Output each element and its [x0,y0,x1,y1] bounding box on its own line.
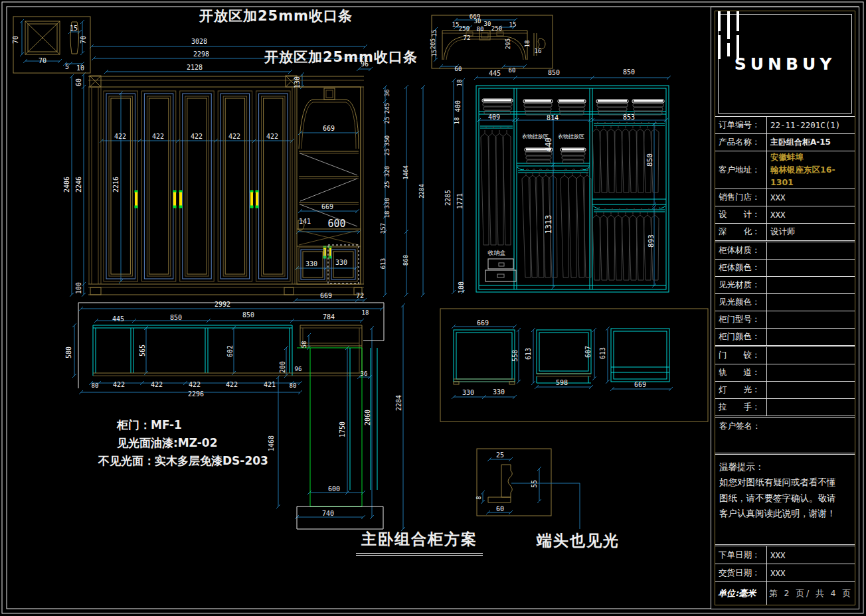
delivery-date-value: XXX [767,568,855,578]
dim-label: 141 [299,218,311,225]
dim-label: 422 [152,133,164,140]
dim-label: 15 [431,50,438,57]
dim-label: 70 [12,36,19,44]
footer-row: 单位:毫米 第 2 页/ 共 4 页 [715,581,855,605]
dim-label: 55 [531,480,538,488]
titleblock-row: 销售门店：XXX [715,189,855,206]
dim-label: 400 [454,100,462,112]
dim-label: 422 [114,133,126,140]
dim-label: 25 [384,117,390,124]
brand-name: SUNBUY [735,54,836,74]
dim-label: 2216 [112,177,120,193]
dim-label: 60 [496,505,504,512]
dim-label: 558 [511,350,519,362]
dim-label: 421 [264,381,276,388]
titleblock-row: 柜体材质： [715,240,855,259]
title-block-inner: SUNBUY 订单编号：22-11-2201C(1)产品名称：主卧组合柜A-15… [715,11,855,605]
dim-label: 10 [76,64,84,72]
dim-label: 80 [290,382,297,389]
titleblock-row-label: 柜门型号： [715,311,767,328]
dim-label: 100 [75,282,82,294]
dim-label: 72 [464,35,471,41]
order-date-value: XXX [767,550,855,560]
dim-label: 250 [491,25,502,32]
dim-label: 2284 [395,395,402,411]
dim-label: 598 [556,379,568,386]
titleblock-row: 轨 道： [715,364,855,381]
titleblock-row-label: 门 铰： [715,347,767,364]
titleblock-row: 灯 光： [715,381,855,398]
dim-label: 25 [496,451,504,459]
dim-label: 60 [509,67,516,74]
end-molding-detail [477,449,580,529]
spec-line: 不见光面：实木多层免漆DS-203 [98,452,268,470]
dim-label: 收纳盒 [488,250,506,256]
dim-label: 18 [456,80,463,87]
unit-label: 单位:毫米 [715,582,767,605]
notice-line: 如您对图纸有疑问或者看不懂 [719,475,851,490]
notice-line: 图纸，请不要签字确认。敬请 [719,491,851,506]
dim-label: 2285 [444,190,452,206]
titleblock-row: 柜门颜色： [715,328,855,345]
titleblock-row: 见光材质： [715,276,855,293]
dim-label: 850 [623,68,635,76]
dim-label: 440 [544,137,553,152]
dim-label: 100 [458,281,465,293]
titleblock-row-value: 设计师 [767,226,855,238]
titleblock-row-value: 22-11-2201C(1) [767,120,855,130]
note-end-panel-visible: 端头也见光 [537,530,620,551]
dim-label: 422 [228,133,240,140]
dim-label: 607 [584,346,592,358]
dim-label: 669 [323,125,335,132]
dim-label: 330 [384,198,390,208]
titleblock-row-label: 柜体材质： [715,242,767,259]
notice-title: 温馨提示： [719,459,851,475]
dim-label: 18 [362,309,369,316]
dim-label: 669 [320,292,332,299]
title-block-rows: 订单编号：22-11-2201C(1)产品名称：主卧组合柜A-15客户地址：安徽… [715,116,855,416]
dim-label: 814 [547,114,559,121]
dim-label: 245 [384,103,390,114]
sunbuy-logo-icon [715,11,742,62]
titleblock-row-value: XXX [767,210,855,220]
dim-label: 1313 [544,215,553,234]
dim-label: 850 [646,153,654,167]
dim-label: 330 [335,259,347,266]
titleblock-row-label: 见光材质： [715,277,767,293]
notice-block: 温馨提示： 如您对图纸有疑问或者看不懂 图纸，请不要签字确认。敬请 客户认真阅读… [715,453,855,544]
titleblock-row-value: XXX [767,193,855,202]
dim-label: 422 [113,381,125,388]
dim-label: 157 [380,223,387,234]
dim-label: 3028 [191,38,207,45]
notice-line: 客户认真阅读此说明，谢谢！ [719,506,851,521]
customer-signature-row: 客户签名： [715,416,855,453]
titleblock-row: 拉 手： [715,398,855,416]
dim-label: 600 [327,218,345,230]
titleblock-row-label: 柜门颜色： [715,329,767,345]
dim-label: 2060 [364,410,371,425]
dim-label: 250 [459,25,470,32]
titleblock-row-label: 深 化： [715,224,767,240]
titleblock-row: 客户地址：安徽蚌埠 翰林银座东区16-1301 [715,151,855,189]
dim-label: 600 [328,485,340,493]
dim-label: 36 [384,90,390,97]
page-number: 第 2 页/ 共 4 页 [767,582,855,605]
spec-line: 柜门：MF-1 [117,416,268,434]
dim-label: 350 [384,135,390,146]
cad-sheet: 7070157051030282298212842242242242242222… [0,0,866,616]
note-open-area-trim-2: 开放区加25mm收口条 [264,48,418,66]
dim-label: 衣物挂放区 [558,133,584,139]
dim-label: 18 [454,117,460,125]
dim-label: 445 [112,315,124,323]
dim-label: 72 [356,292,364,299]
dim-label: 5 [65,63,69,70]
dim-label: 58 [301,341,307,348]
dim-label: 70 [39,57,46,64]
titleblock-row: 深 化：设计师 [715,223,855,240]
internal-elevation [476,86,669,292]
titleblock-row: 柜门型号： [715,311,855,328]
titleblock-row: 订单编号：22-11-2201C(1) [715,116,855,133]
dim-label: 613 [525,348,532,360]
dim-label: 15 [509,21,517,28]
dim-label: 205 [430,38,436,49]
